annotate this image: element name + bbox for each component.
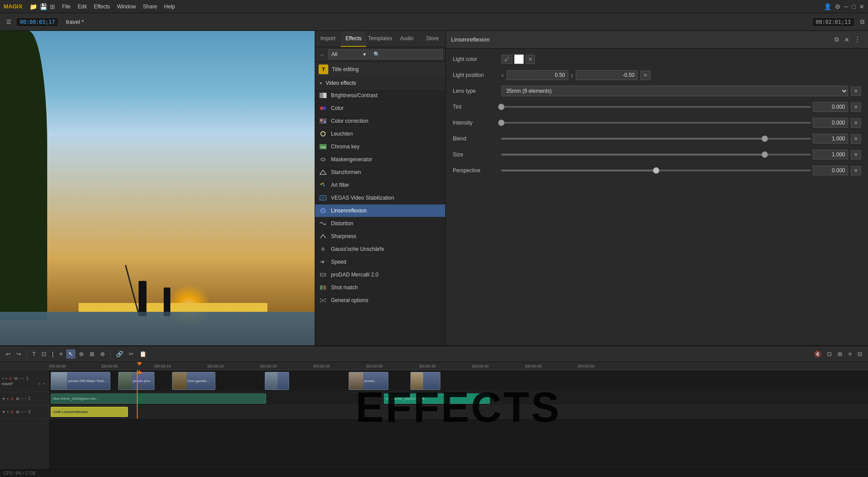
effects-search-input[interactable] [370, 49, 443, 59]
tab-effects[interactable]: Effects [341, 31, 366, 47]
tl-paste-btn[interactable]: 📋 [137, 349, 149, 359]
video-clip-2[interactable]: pexels pho... [118, 372, 154, 390]
tint-slider-thumb[interactable] [498, 104, 504, 110]
track-1-close-btn[interactable]: × [37, 382, 41, 386]
list-item-vegas[interactable]: VEGAS Video Stabilization [315, 192, 445, 204]
video-clip-3[interactable]: from-gamiliv... [172, 372, 215, 390]
tl-text-btn[interactable]: T [30, 349, 38, 359]
list-item-speed[interactable]: Speed [315, 256, 445, 269]
section-video-effects[interactable]: ▼ Video effects [315, 77, 445, 89]
list-item-title-editing[interactable]: T Title editing [315, 62, 445, 77]
position-reset-btn[interactable]: ✕ [640, 71, 650, 80]
video-clip-4[interactable] [265, 372, 289, 390]
tab-audio[interactable]: Audio [394, 31, 420, 47]
track-2-s[interactable]: S [10, 397, 14, 401]
color-reset-btn[interactable]: ✕ [526, 55, 535, 64]
user-icon[interactable]: 👤 [824, 3, 831, 10]
video-clip-5[interactable]: pexels... [349, 372, 388, 390]
effect-clip-1[interactable]: 1100 Linsenreflexion [51, 407, 128, 417]
tint-value-input[interactable] [813, 102, 848, 112]
window-maximize-icon[interactable]: □ [852, 3, 856, 10]
window-minimize-icon[interactable]: ─ [844, 3, 849, 10]
x-value-input[interactable] [507, 70, 568, 80]
list-item-prodad[interactable]: proDAD Mercalli 2.0 [315, 269, 445, 281]
list-item-linsenreflexion[interactable]: Linsenreflexion [315, 204, 445, 217]
track-1-m[interactable]: M [14, 376, 19, 381]
tint-reset-btn[interactable]: ✕ [851, 102, 861, 112]
tl-view-btn3[interactable]: ≡ [846, 349, 854, 359]
tab-import[interactable]: Import [315, 31, 341, 47]
tab-templates[interactable]: Templates [366, 31, 394, 47]
menu-help[interactable]: Help [164, 4, 175, 10]
tl-delete-btn[interactable]: ⊗ [98, 349, 107, 359]
hamburger-btn[interactable]: ☰ [4, 17, 14, 27]
menu-window[interactable]: Window [117, 4, 136, 10]
intensity-slider-thumb[interactable] [498, 120, 504, 126]
perspective-slider[interactable] [501, 170, 811, 171]
maximize-btn[interactable]: ⧉ [860, 18, 864, 26]
tl-view-btn1[interactable]: ⊡ [825, 349, 834, 359]
track-3-s[interactable]: S [10, 410, 14, 414]
list-item-color-correction[interactable]: Color correction [315, 115, 445, 128]
save-icon[interactable]: 💾 [40, 3, 47, 10]
video-clip-6[interactable] [410, 372, 440, 390]
blend-slider-thumb[interactable] [762, 136, 768, 142]
window-close-icon[interactable]: ✕ [859, 3, 864, 10]
tl-link-btn[interactable]: 🔗 [114, 349, 125, 359]
blend-reset-btn[interactable]: ✕ [851, 134, 861, 144]
tl-crop-btn[interactable]: ⊠ [87, 349, 97, 359]
intensity-reset-btn[interactable]: ✕ [851, 118, 861, 128]
size-slider[interactable] [501, 154, 811, 155]
menu-share[interactable]: Share [143, 4, 157, 10]
color-pick-icon[interactable]: 🖊 [501, 55, 512, 64]
menu-edit[interactable]: Edit [78, 4, 87, 10]
tint-slider[interactable] [501, 106, 811, 108]
menu-effects[interactable]: Effects [94, 4, 110, 10]
size-reset-btn[interactable]: ✕ [851, 150, 861, 159]
video-clip-1[interactable]: pexels-350 Mbps Timebur... [51, 372, 110, 390]
size-slider-thumb[interactable] [762, 151, 768, 158]
perspective-reset-btn[interactable]: ✕ [851, 166, 861, 175]
tl-undo-btn[interactable]: ↩ [4, 349, 13, 359]
menu-file[interactable]: File [62, 4, 71, 10]
lens-type-select[interactable]: 35mm (9 elements) 50mm 85mm 105mm [501, 86, 848, 96]
list-item-distortion[interactable]: Distortion [315, 217, 445, 230]
perspective-value-input[interactable] [813, 166, 848, 175]
tl-scissors-btn[interactable]: ✂ [127, 349, 136, 359]
tab-store[interactable]: Store [420, 31, 445, 47]
track-2-m[interactable]: M [15, 397, 20, 401]
list-item-general-options[interactable]: General options [315, 294, 445, 307]
lens-reset-btn[interactable]: ✕ [851, 87, 861, 96]
tl-marker-btn[interactable]: ⊡ [39, 349, 49, 359]
audio-clip-1[interactable]: blue-mirror_d0cDigram-nev... [51, 394, 266, 404]
nav-back-btn[interactable]: ← [318, 50, 327, 59]
perspective-slider-thumb[interactable] [653, 167, 659, 174]
list-item-maskengenerator[interactable]: Maskengenerator [315, 153, 445, 166]
panel-close-btn[interactable]: ✕ [842, 35, 852, 44]
track-1-add-btn[interactable]: + [42, 382, 46, 386]
blend-value-input[interactable] [813, 134, 848, 144]
list-item-gauss[interactable]: Gauss'sche Unschärfe [315, 243, 445, 256]
tl-view-btn4[interactable]: ⊟ [855, 349, 864, 359]
size-value-input[interactable] [813, 150, 848, 159]
list-item-sharpness[interactable]: Sharpness [315, 230, 445, 243]
tl-view-btn2[interactable]: ⊞ [835, 349, 845, 359]
list-item-brightness[interactable]: Brightness/Contrast [315, 89, 445, 102]
panel-menu-btn[interactable]: ⋮ [852, 34, 863, 45]
list-item-leuchten[interactable]: Leuchten [315, 128, 445, 140]
intensity-slider[interactable] [501, 122, 811, 124]
list-item-color[interactable]: Color [315, 102, 445, 115]
grid-icon[interactable]: ⊞ [50, 3, 55, 10]
list-item-art-filter[interactable]: Art filter [315, 179, 445, 192]
audio-clip-2[interactable]: mustachio_1323113315... [384, 394, 490, 404]
tl-select-btn[interactable]: ↖ [66, 349, 75, 359]
list-item-shot-match[interactable]: Shot match [315, 281, 445, 294]
intensity-value-input[interactable] [813, 118, 848, 128]
list-item-stanzformen[interactable]: Stanzformen [315, 166, 445, 179]
tl-redo-btn[interactable]: ↪ [14, 349, 23, 359]
panel-expand-btn[interactable]: ⧉ [832, 35, 842, 44]
track-3-m[interactable]: M [15, 410, 20, 414]
blend-slider[interactable] [501, 138, 811, 140]
file-open-icon[interactable]: 📁 [30, 3, 37, 10]
tl-smart-btn[interactable]: ⊕ [77, 349, 86, 359]
